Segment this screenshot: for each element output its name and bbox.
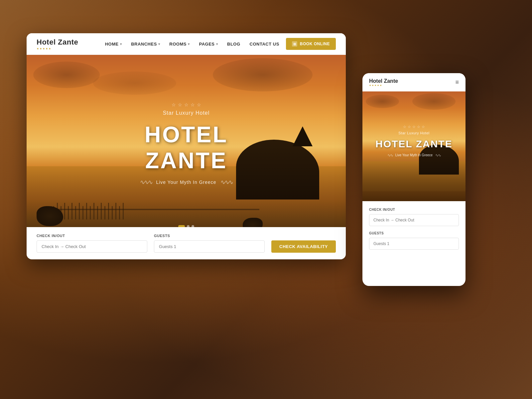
mobile-hero: ☆ ☆ ☆ ☆ ☆ Star Luxury Hotel HOTEL ZANTE … — [362, 91, 466, 201]
h-star-5: ☆ — [197, 102, 201, 107]
guests-input[interactable] — [154, 240, 265, 253]
pier-post — [82, 206, 83, 219]
hero-tagline-container: ∿∿∿ Live Your Myth In Greece ∿∿∿ — [106, 179, 266, 186]
home-chevron: ▾ — [120, 42, 122, 46]
pier-post — [108, 203, 109, 219]
pier-post — [119, 206, 120, 219]
star-5: ★ — [49, 47, 51, 50]
mobile-logo-stars: ★ ★ ★ ★ ★ — [369, 84, 455, 87]
rooms-chevron: ▾ — [188, 42, 190, 46]
nav-branches[interactable]: BRANCHES ▾ — [131, 42, 160, 47]
wave-left: ∿∿∿ — [140, 179, 152, 186]
mobile-wave-left: ∿∿ — [387, 153, 393, 157]
desktop-mockup: Hotel Zante ★ ★ ★ ★ ★ HOME ▾ BRANCHES ▾ … — [27, 33, 346, 259]
mobile-guests-input[interactable] — [369, 238, 459, 250]
pier-post — [79, 203, 80, 219]
pier-post — [71, 203, 72, 219]
hero-stars: ☆ ☆ ☆ ☆ ☆ — [106, 102, 266, 107]
pier-post — [75, 206, 76, 219]
pier-post — [93, 203, 94, 219]
h-star-3: ☆ — [184, 102, 189, 107]
nav-rooms[interactable]: ROOMS ▾ — [169, 42, 190, 47]
hero-content: ☆ ☆ ☆ ☆ ☆ Star Luxury Hotel HOTEL ZANTE … — [106, 102, 266, 186]
desktop-navbar: Hotel Zante ★ ★ ★ ★ ★ HOME ▾ BRANCHES ▾ … — [27, 33, 346, 55]
mobile-booking: Check In/Out Guests — [362, 201, 466, 262]
check-availability-button[interactable]: CHECK AVAILABILITY — [271, 240, 336, 253]
guests-field: Guests — [154, 234, 265, 253]
h-star-4: ☆ — [191, 102, 195, 107]
desktop-logo-text: Hotel Zante — [37, 38, 78, 47]
mobile-checkin-input[interactable] — [369, 214, 459, 226]
mobile-hero-stars: ☆ ☆ ☆ ☆ ☆ — [362, 124, 466, 129]
h-star-2: ☆ — [178, 102, 182, 107]
mobile-checkin-label: Check In/Out — [369, 208, 459, 211]
star-4: ★ — [46, 47, 48, 50]
pier-post — [97, 206, 98, 219]
book-online-button[interactable]: ⊞ BOOK ONLINE — [286, 38, 336, 50]
guests-label: Guests — [154, 234, 265, 238]
desktop-hero: ☆ ☆ ☆ ☆ ☆ Star Luxury Hotel HOTEL ZANTE … — [27, 55, 346, 259]
mobile-hero-tagline: ∿∿ Live Your Myth In Greece ∿∿ — [362, 153, 466, 157]
mobile-navbar: Hotel Zante ★ ★ ★ ★ ★ ≡ — [362, 73, 466, 91]
star-2: ★ — [40, 47, 42, 50]
pier-post — [104, 206, 105, 219]
cloud-3 — [93, 71, 176, 95]
pier-post — [64, 203, 65, 219]
pier-post — [112, 206, 113, 219]
star-1: ★ — [37, 47, 39, 50]
mobile-logo-text: Hotel Zante — [369, 78, 455, 84]
nav-contact[interactable]: CONTACT US — [250, 42, 279, 47]
mobile-logo[interactable]: Hotel Zante ★ ★ ★ ★ ★ — [369, 78, 455, 87]
nav-home[interactable]: HOME ▾ — [105, 42, 122, 47]
checkin-input[interactable] — [37, 240, 147, 253]
mobile-hero-content: ☆ ☆ ☆ ☆ ☆ Star Luxury Hotel HOTEL ZANTE … — [362, 124, 466, 157]
nav-blog[interactable]: BLOG — [227, 42, 240, 47]
pier-post — [101, 203, 102, 219]
desktop-logo[interactable]: Hotel Zante ★ ★ ★ ★ ★ — [37, 38, 78, 50]
hero-title: HOTEL ZANTE — [106, 121, 266, 173]
branches-chevron: ▾ — [158, 42, 160, 46]
pier-post — [115, 203, 116, 219]
mobile-cloud-2 — [412, 93, 456, 110]
h-star-1: ☆ — [172, 102, 176, 107]
pier-horizontal — [47, 209, 259, 210]
hero-tagline: Live Your Myth In Greece — [156, 180, 216, 185]
mobile-wave-right: ∿∿ — [435, 153, 441, 157]
pier-post — [90, 206, 91, 219]
mobile-guests-label: Guests — [369, 231, 459, 235]
hero-subtitle: Star Luxury Hotel — [106, 110, 266, 116]
pier-post — [123, 203, 124, 219]
mobile-tagline-text: Live Your Myth In Greece — [395, 153, 433, 157]
pier-post — [86, 203, 87, 219]
checkin-label: Check In/Out — [37, 234, 147, 238]
pier-post — [68, 206, 69, 219]
mobile-cloud-1 — [366, 95, 399, 108]
desktop-logo-stars: ★ ★ ★ ★ ★ — [37, 47, 78, 50]
wave-right: ∿∿∿ — [220, 179, 232, 186]
book-icon: ⊞ — [292, 41, 297, 47]
pages-chevron: ▾ — [216, 42, 218, 46]
nav-pages[interactable]: PAGES ▾ — [199, 42, 218, 47]
mobile-hero-subtitle: Star Luxury Hotel — [362, 131, 466, 135]
desktop-nav-links: HOME ▾ BRANCHES ▾ ROOMS ▾ PAGES ▾ BLOG C… — [105, 42, 279, 47]
checkin-field: Check In/Out — [37, 234, 147, 253]
star-3: ★ — [43, 47, 45, 50]
cloud-1 — [33, 62, 100, 88]
mobile-mockup: Hotel Zante ★ ★ ★ ★ ★ ≡ ☆ ☆ ☆ — [362, 73, 466, 286]
booking-bar: Check In/Out Guests CHECK AVAILABILITY — [27, 227, 346, 259]
mobile-hero-title: HOTEL ZANTE — [362, 138, 466, 149]
cloud-2 — [213, 58, 313, 91]
hamburger-icon[interactable]: ≡ — [455, 79, 459, 86]
